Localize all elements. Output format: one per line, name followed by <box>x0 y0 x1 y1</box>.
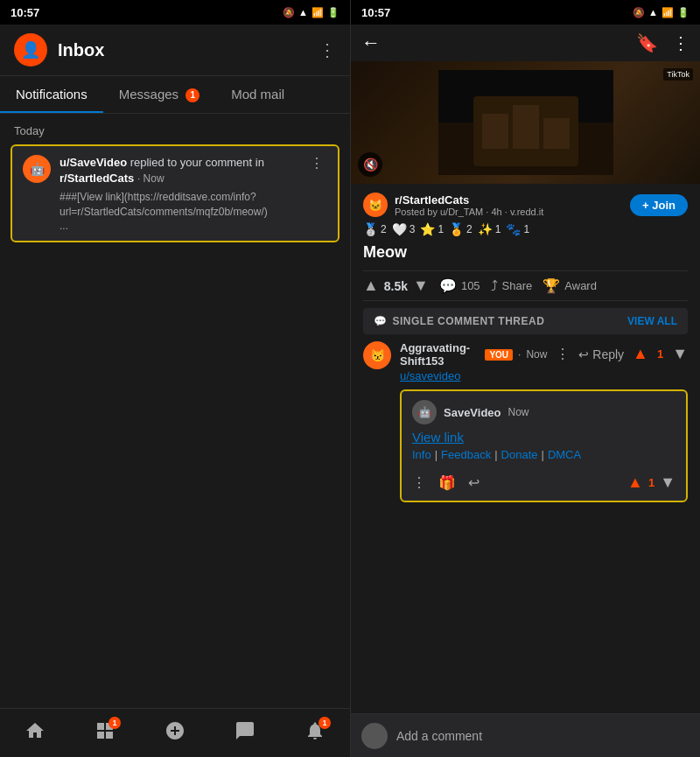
comment-icon: 💬 <box>439 277 457 294</box>
svg-rect-3 <box>106 732 113 739</box>
nav-communities[interactable]: 1 <box>94 720 116 746</box>
upvote-button[interactable]: ▲ <box>363 277 379 295</box>
video-watermark: TikTok <box>663 68 693 81</box>
right-nav-icons: 🔖 ⋮ <box>636 32 690 53</box>
right-panel: 10:57 🔕 ▲ 📶 🔋 ← 🔖 ⋮ <box>350 0 700 757</box>
savevideo-mention-link[interactable]: u/savevideo <box>400 369 547 382</box>
feedback-link[interactable]: Feedback <box>441 448 491 461</box>
r-battery-icon: 🔋 <box>677 7 690 18</box>
savevideo-name[interactable]: SaveVideo <box>444 406 501 419</box>
subreddit-name[interactable]: r/StartledCats <box>395 193 543 207</box>
inbox-menu-button[interactable]: ⋮ <box>318 39 336 60</box>
tab-messages[interactable]: Messages 1 <box>103 76 216 113</box>
inbox-title: Inbox <box>58 40 104 60</box>
nav-create[interactable] <box>164 720 186 746</box>
join-button[interactable]: + Join <box>630 194 688 216</box>
left-status-icons: 🔕 ▲ 📶 🔋 <box>283 7 340 18</box>
savevideo-actions: ⋮ 🎁 ↩ ▲ 1 ▼ <box>412 468 676 492</box>
silent-icon: 🔕 <box>283 7 295 18</box>
award-icon: 🏆 <box>542 277 560 294</box>
comments-button[interactable]: 💬 105 <box>439 277 480 294</box>
commenter-avatar <box>361 723 388 749</box>
svg-rect-2 <box>97 732 104 739</box>
upvote-count: 8.5k <box>384 279 408 293</box>
bottom-nav: 1 1 <box>0 708 350 757</box>
more-icon[interactable]: ⋮ <box>672 32 690 53</box>
parent-downvote[interactable]: ▼ <box>672 345 688 363</box>
user-avatar[interactable]: 👤 <box>14 33 47 67</box>
view-all-button[interactable]: VIEW ALL <box>627 315 677 327</box>
notif-menu-button[interactable]: ⋮ <box>306 155 327 172</box>
you-badge: YOU <box>485 349 513 361</box>
parent-reply-button[interactable]: ↩ Reply <box>578 347 624 361</box>
posted-by: Posted by u/Dr_TAM · 4h · v.redd.it <box>395 207 543 217</box>
post-meta-text: r/StartledCats Posted by u/Dr_TAM · 4h ·… <box>395 193 543 217</box>
svg-rect-7 <box>482 114 508 149</box>
tab-notifications[interactable]: Notifications <box>0 76 103 113</box>
left-time: 10:57 <box>10 6 39 19</box>
parent-comment-body: Aggravating-Shift153 YOU · Now u/savevid… <box>400 341 547 382</box>
parent-menu-button[interactable]: ⋮ <box>556 346 570 362</box>
wifi-icon: ▲ <box>298 7 308 18</box>
award-5: ✨1 <box>478 222 501 236</box>
share-icon: ⤴ <box>491 278 498 294</box>
notif-title: u/SaveVideo replied to your comment in r… <box>60 155 298 186</box>
back-button[interactable]: ← <box>361 32 381 54</box>
notif-nav-badge: 1 <box>318 717 331 729</box>
sv-gift-button[interactable]: 🎁 <box>438 474 456 491</box>
svg-rect-9 <box>543 118 570 149</box>
info-link[interactable]: Info <box>412 448 431 461</box>
today-label: Today <box>0 114 350 144</box>
parent-vote-count: 1 <box>657 347 663 361</box>
video-preview[interactable]: 🔇 TikTok <box>351 61 700 184</box>
parent-author[interactable]: Aggravating-Shift153 <box>400 341 480 368</box>
award-button[interactable]: 🏆 Award <box>542 277 597 294</box>
comment-bubble-icon: 💬 <box>374 315 388 327</box>
right-status-icons: 🔕 ▲ 📶 🔋 <box>633 7 690 18</box>
parent-comment-time: Now <box>526 348 547 361</box>
award-2: 🤍3 <box>392 222 416 236</box>
savevideo-header: 🤖 SaveVideo Now <box>412 400 676 424</box>
inbox-header: 👤 Inbox ⋮ <box>0 25 350 76</box>
notification-item[interactable]: 🤖 u/SaveVideo replied to your comment in… <box>10 144 340 242</box>
right-status-bar: 10:57 🔕 ▲ 📶 🔋 <box>351 0 700 25</box>
messages-badge: 1 <box>186 88 200 102</box>
nav-home[interactable] <box>24 720 46 746</box>
tab-modmail[interactable]: Mod mail <box>215 76 300 113</box>
add-comment-bar: Add a comment <box>351 713 700 757</box>
right-top-nav: ← 🔖 ⋮ <box>351 25 700 61</box>
video-thumbnail <box>438 70 613 175</box>
vote-area: ▲ 8.5k ▼ <box>363 277 429 295</box>
awards-row: 🥈2 🤍3 ⭐1 🏅2 ✨1 🐾1 <box>363 222 688 236</box>
donate-link[interactable]: Donate <box>501 448 538 461</box>
sv-vote-count: 1 <box>648 476 654 489</box>
notif-body: u/SaveVideo replied to your comment in r… <box>60 155 298 232</box>
dmca-link[interactable]: DMCA <box>548 448 581 461</box>
sv-downvote-button[interactable]: ▼ <box>660 473 676 492</box>
downvote-button[interactable]: ▼ <box>413 277 429 295</box>
award-silver: 🥈2 <box>363 222 387 236</box>
nav-chat[interactable] <box>234 720 256 746</box>
parent-upvote[interactable]: ▲ <box>633 345 648 363</box>
left-panel: 10:57 🔕 ▲ 📶 🔋 👤 Inbox ⋮ Notifications Me… <box>0 0 350 757</box>
sv-upvote-button[interactable]: ▲ <box>627 473 643 492</box>
award-6: 🐾1 <box>506 222 529 236</box>
communities-badge: 1 <box>108 717 121 729</box>
savevideo-time: Now <box>508 406 529 418</box>
right-time: 10:57 <box>361 6 390 19</box>
inbox-header-left: 👤 Inbox <box>14 33 104 67</box>
signal-icon: 📶 <box>312 7 324 18</box>
battery-icon: 🔋 <box>327 7 340 18</box>
notif-avatar: 🤖 <box>23 155 51 183</box>
bookmark-icon[interactable]: 🔖 <box>636 32 658 53</box>
view-link-button[interactable]: View link <box>412 430 676 445</box>
sv-menu-button[interactable]: ⋮ <box>412 474 426 491</box>
mute-button[interactable]: 🔇 <box>358 152 382 177</box>
savevideo-avatar: 🤖 <box>412 400 437 424</box>
svg-rect-0 <box>97 723 104 730</box>
share-button[interactable]: ⤴ Share <box>491 278 533 294</box>
left-status-bar: 10:57 🔕 ▲ 📶 🔋 <box>0 0 350 25</box>
nav-notifications[interactable]: 1 <box>304 720 326 746</box>
add-comment-input[interactable]: Add a comment <box>396 729 690 743</box>
sv-reply-button[interactable]: ↩ <box>468 474 480 491</box>
